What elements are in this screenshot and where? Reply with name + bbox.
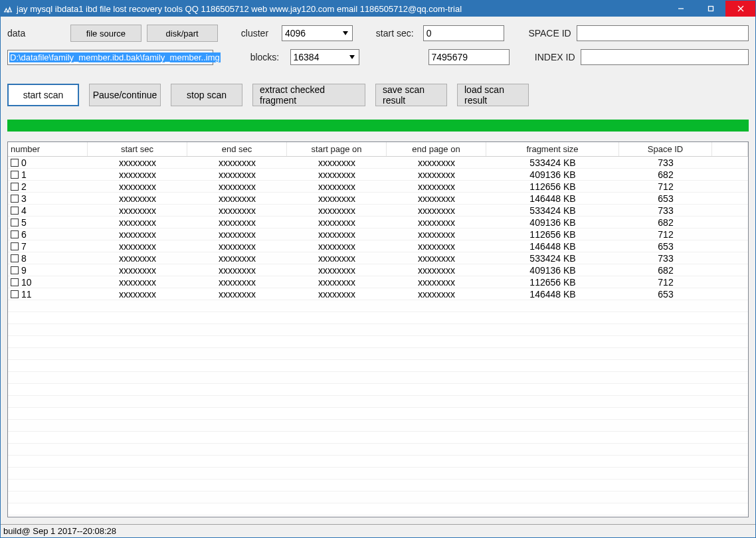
table-row[interactable] xyxy=(8,348,748,360)
load-result-button[interactable]: load scan result xyxy=(457,84,529,106)
table-row[interactable]: 11xxxxxxxxxxxxxxxxxxxxxxxxxxxxxxxx146448… xyxy=(8,288,748,300)
row-checkbox[interactable] xyxy=(11,171,19,179)
row-number: 4 xyxy=(21,205,27,216)
table-row[interactable] xyxy=(8,408,748,420)
row-end-sec: xxxxxxxx xyxy=(187,265,287,276)
row-checkbox[interactable] xyxy=(11,219,19,226)
row-start-sec: xxxxxxxx xyxy=(88,265,187,276)
table-row[interactable]: 1xxxxxxxxxxxxxxxxxxxxxxxxxxxxxxxx409136 … xyxy=(8,169,748,181)
row-start-sec: xxxxxxxx xyxy=(88,253,187,264)
row-fragment-size: 146448 KB xyxy=(486,241,619,252)
table-row[interactable] xyxy=(8,372,748,384)
table-row[interactable]: 8xxxxxxxxxxxxxxxxxxxxxxxxxxxxxxxx533424 … xyxy=(8,252,748,264)
table-row[interactable]: 10xxxxxxxxxxxxxxxxxxxxxxxxxxxxxxxx112656… xyxy=(8,276,748,288)
row-fragment-size: 409136 KB xyxy=(486,265,619,276)
table-row[interactable] xyxy=(8,312,748,324)
stop-scan-button[interactable]: stop scan xyxy=(171,84,242,106)
blocks-select[interactable]: 16384 xyxy=(290,49,359,65)
table-row[interactable] xyxy=(8,480,748,492)
row-end-page-on: xxxxxxxx xyxy=(387,193,486,204)
row-end-page-on: xxxxxxxx xyxy=(387,253,486,264)
row-number: 7 xyxy=(21,241,27,252)
row-checkbox[interactable] xyxy=(11,230,19,238)
start-scan-button[interactable]: start scan xyxy=(7,84,79,106)
table-row[interactable]: 7xxxxxxxxxxxxxxxxxxxxxxxxxxxxxxxx146448 … xyxy=(8,240,748,252)
table-row[interactable] xyxy=(8,396,748,408)
table-row[interactable] xyxy=(8,456,748,468)
table-row[interactable] xyxy=(8,324,748,336)
start-sec-input[interactable] xyxy=(423,25,504,41)
minimize-button[interactable] xyxy=(666,1,696,17)
table-row[interactable] xyxy=(8,468,748,480)
row-end-page-on: xxxxxxxx xyxy=(387,205,486,216)
col-end-sec[interactable]: end sec xyxy=(187,142,287,156)
row-start-page-on: xxxxxxxx xyxy=(287,277,387,288)
table-row[interactable] xyxy=(8,444,748,456)
col-rest xyxy=(712,142,748,156)
table-row[interactable]: 6xxxxxxxxxxxxxxxxxxxxxxxxxxxxxxxx112656 … xyxy=(8,228,748,240)
col-start-sec[interactable]: start sec xyxy=(88,142,187,156)
row-checkbox[interactable] xyxy=(11,242,19,250)
row-number: 2 xyxy=(21,181,27,192)
row-start-sec: xxxxxxxx xyxy=(88,169,187,180)
grid-body[interactable]: 0xxxxxxxxxxxxxxxxxxxxxxxxxxxxxxxx533424 … xyxy=(8,157,748,517)
row-space-id: 653 xyxy=(619,193,712,204)
table-row[interactable] xyxy=(8,420,748,432)
end-sec-input[interactable] xyxy=(428,49,510,65)
table-row[interactable]: 3xxxxxxxxxxxxxxxxxxxxxxxxxxxxxxxx146448 … xyxy=(8,193,748,205)
row-end-sec: xxxxxxxx xyxy=(187,157,287,168)
row-start-sec: xxxxxxxx xyxy=(88,205,187,216)
index-id-input[interactable] xyxy=(581,49,749,65)
row-end-sec: xxxxxxxx xyxy=(187,169,287,180)
results-grid[interactable]: number start sec end sec start page on e… xyxy=(7,141,749,517)
progress-bar xyxy=(7,120,749,132)
col-start-page-on[interactable]: start page on xyxy=(287,142,387,156)
table-row[interactable] xyxy=(8,336,748,348)
row-checkbox[interactable] xyxy=(11,254,19,262)
table-row[interactable]: 9xxxxxxxxxxxxxxxxxxxxxxxxxxxxxxxx409136 … xyxy=(8,264,748,276)
close-button[interactable] xyxy=(725,1,755,17)
maximize-button[interactable] xyxy=(696,1,725,17)
disk-part-button[interactable]: disk/part xyxy=(147,25,218,42)
row-checkbox[interactable] xyxy=(11,195,19,203)
table-row[interactable] xyxy=(8,492,748,503)
row-checkbox[interactable] xyxy=(11,278,19,286)
table-row[interactable] xyxy=(8,503,748,515)
col-end-page-on[interactable]: end page on xyxy=(387,142,486,156)
space-id-input[interactable] xyxy=(577,25,749,41)
table-row[interactable]: 5xxxxxxxxxxxxxxxxxxxxxxxxxxxxxxxx409136 … xyxy=(8,217,748,228)
save-result-button[interactable]: save scan result xyxy=(375,84,447,106)
col-number[interactable]: number xyxy=(8,142,88,156)
pause-continue-button[interactable]: Pause/continue xyxy=(89,84,161,106)
row-checkbox[interactable] xyxy=(11,207,19,215)
table-row[interactable] xyxy=(8,360,748,372)
table-row[interactable]: 4xxxxxxxxxxxxxxxxxxxxxxxxxxxxxxxx533424 … xyxy=(8,205,748,217)
col-fragment-size[interactable]: fragment size xyxy=(486,142,619,156)
table-row[interactable]: 2xxxxxxxxxxxxxxxxxxxxxxxxxxxxxxxx112656 … xyxy=(8,181,748,193)
row-checkbox[interactable] xyxy=(11,183,19,191)
extract-checked-button[interactable]: extract checked fragment xyxy=(252,84,365,106)
row-start-sec: xxxxxxxx xyxy=(88,157,187,168)
row-start-page-on: xxxxxxxx xyxy=(287,253,387,264)
row-checkbox[interactable] xyxy=(11,290,19,298)
row-checkbox[interactable] xyxy=(11,159,19,167)
row-start-page-on: xxxxxxxx xyxy=(287,181,387,192)
row-space-id: 733 xyxy=(619,253,712,264)
cluster-value: 4096 xyxy=(285,28,306,39)
col-space-id[interactable]: Space ID xyxy=(619,142,712,156)
row-end-sec: xxxxxxxx xyxy=(187,277,287,288)
row-end-sec: xxxxxxxx xyxy=(187,241,287,252)
table-row[interactable] xyxy=(8,432,748,444)
file-source-button[interactable]: file source xyxy=(70,25,142,42)
titlebar[interactable]: jay mysql ibdata1 ibd file lost recovery… xyxy=(1,1,755,17)
row-start-page-on: xxxxxxxx xyxy=(287,241,387,252)
row-end-page-on: xxxxxxxx xyxy=(387,157,486,168)
row-checkbox[interactable] xyxy=(11,266,19,274)
row-fragment-size: 409136 KB xyxy=(486,169,619,180)
table-row[interactable]: 0xxxxxxxxxxxxxxxxxxxxxxxxxxxxxxxx533424 … xyxy=(8,157,748,169)
table-row[interactable] xyxy=(8,384,748,396)
cluster-select[interactable]: 4096 xyxy=(282,25,353,41)
row-end-sec: xxxxxxxx xyxy=(187,253,287,264)
path-input[interactable]: D:\datafile\family_member.ibd.bak\family… xyxy=(7,50,213,65)
table-row[interactable] xyxy=(8,300,748,312)
